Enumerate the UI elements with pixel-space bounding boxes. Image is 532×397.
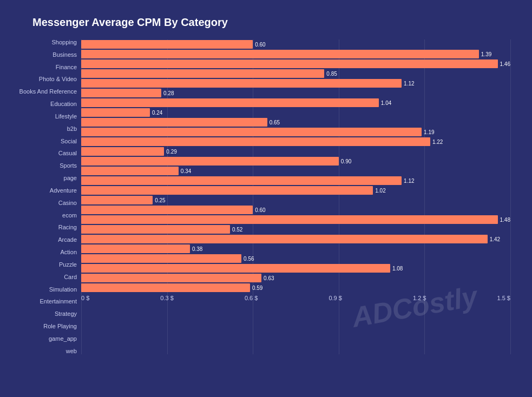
bar [81, 89, 161, 97]
bar-value: 0.29 [166, 149, 176, 155]
y-axis-label: Card [64, 274, 77, 280]
chart-container: Messenger Average CPM By Category Shoppi… [0, 0, 532, 397]
bar-value: 0.60 [255, 42, 265, 48]
bar-value: 1.19 [424, 129, 434, 135]
bar-row: 1.19 [81, 127, 510, 137]
y-axis-label: Lifestyle [55, 114, 77, 120]
bar-row: 0.52 [81, 224, 510, 234]
bar-row: 1.39 [81, 49, 510, 59]
bar-value: 1.04 [381, 100, 391, 106]
bar-row: 1.12 [81, 176, 510, 186]
bar [81, 264, 390, 273]
bar-value: 0.25 [155, 197, 165, 203]
bar-value: 1.08 [392, 266, 403, 272]
y-axis-label: game_app [49, 336, 77, 342]
bar-row: 0.85 [81, 69, 510, 78]
y-axis-label: Finance [56, 64, 77, 70]
bar [81, 283, 250, 292]
bar-value: 0.63 [264, 275, 274, 281]
y-axis-label: Casino [58, 200, 77, 206]
bar-value: 0.28 [163, 90, 174, 96]
bar-value: 0.38 [192, 246, 202, 252]
bar-row: 0.25 [81, 195, 510, 205]
x-axis-label: 1.2 $ [413, 295, 426, 301]
y-axis-label: Arcade [58, 237, 77, 243]
x-axis-label: 0.9 $ [329, 295, 341, 301]
bar-value: 0.85 [326, 71, 337, 77]
bar [81, 79, 402, 88]
bar-row: 1.48 [81, 215, 510, 224]
bar [81, 108, 150, 117]
bar-row: 0.34 [81, 166, 510, 176]
bar-value: 1.22 [432, 139, 443, 145]
bar [81, 69, 324, 78]
y-axis-label: Sports [60, 163, 77, 169]
bar-value: 0.24 [152, 110, 162, 116]
bar-row: 1.46 [81, 59, 510, 69]
bar [81, 196, 153, 204]
x-axis-label: 0.3 $ [160, 295, 173, 301]
bar-row: 1.22 [81, 137, 510, 147]
bar [81, 176, 402, 185]
bar-row: 0.59 [81, 283, 510, 293]
y-axis-label: b2b [67, 126, 77, 132]
bar [81, 147, 164, 156]
bar [81, 244, 190, 253]
y-labels: ShoppingBusinessFinancePhoto & VideoBook… [11, 39, 81, 366]
bar [81, 274, 261, 282]
x-axis-label: 0.6 $ [245, 295, 258, 301]
bar-value: 1.42 [490, 236, 500, 242]
bar-row: 0.65 [81, 117, 510, 127]
y-axis-label: Strategy [55, 311, 77, 317]
x-axis: 0 $0.3 $0.6 $0.9 $1.2 $1.5 $ [81, 293, 510, 301]
bar-row: 1.12 [81, 78, 510, 88]
bar-row: 0.28 [81, 88, 510, 98]
bar-value: 0.59 [252, 285, 262, 291]
chart-title: Messenger Average CPM By Category [32, 16, 510, 29]
bar-value: 0.34 [181, 168, 191, 174]
bar [81, 50, 479, 58]
y-axis-label: Simulation [49, 287, 77, 293]
bar-value: 1.12 [404, 178, 414, 184]
y-axis-label: Role Playing [43, 323, 77, 329]
bar [81, 157, 339, 166]
bar-value: 0.56 [244, 256, 254, 262]
y-axis-label: Books And Reference [19, 89, 77, 95]
bar [81, 225, 230, 234]
y-axis-label: ecom [62, 213, 77, 219]
y-axis-label: Entertainment [40, 299, 77, 305]
bar [81, 137, 430, 146]
y-axis-label: Social [61, 138, 77, 144]
y-axis-label: Business [52, 52, 77, 58]
bar [81, 215, 498, 224]
bar [81, 128, 422, 136]
bar-row: 1.08 [81, 263, 510, 273]
bar-value: 1.39 [481, 51, 491, 57]
bar-row: 0.60 [81, 205, 510, 215]
bar-row: 1.04 [81, 98, 510, 108]
bar-row: 0.63 [81, 273, 510, 283]
bars-wrapper: 0.601.391.460.851.120.281.040.240.651.19… [81, 39, 510, 366]
bar-row: 0.38 [81, 244, 510, 254]
bar-value: 1.12 [404, 81, 414, 87]
bar [81, 40, 253, 49]
bar-value: 1.48 [500, 217, 510, 223]
bar [81, 59, 498, 68]
grid-line [510, 39, 511, 354]
y-axis-label: Action [60, 249, 77, 255]
y-axis-label: Shopping [52, 39, 77, 45]
bar [81, 254, 241, 263]
bar [81, 206, 253, 214]
y-axis-label: page [64, 175, 77, 181]
bar [81, 186, 373, 195]
bar-row: 0.60 [81, 39, 510, 49]
bar [81, 235, 488, 243]
bar-value: 0.60 [255, 207, 265, 213]
bar [81, 98, 379, 107]
y-axis-label: Puzzle [59, 262, 77, 268]
bar [81, 118, 267, 127]
x-axis-label: 0 $ [81, 295, 89, 301]
x-axis-label: 1.5 $ [497, 295, 510, 301]
bar-value: 0.52 [232, 227, 242, 233]
y-axis-label: Photo & Video [39, 76, 77, 82]
